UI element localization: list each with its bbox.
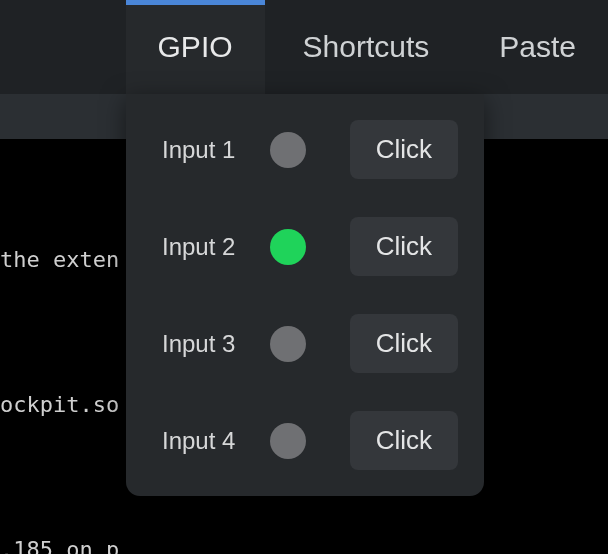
tab-bar: GPIO Shortcuts Paste: [0, 0, 608, 94]
gpio-row-1: Input 1 Click: [162, 120, 458, 179]
terminal-line: .185 on p: [0, 535, 608, 554]
gpio-row-2: Input 2 Click: [162, 217, 458, 276]
gpio-row-4: Input 4 Click: [162, 411, 458, 470]
gpio-input-label: Input 4: [162, 427, 250, 455]
tab-shortcuts[interactable]: Shortcuts: [271, 0, 462, 94]
gpio-dropdown: Input 1 Click Input 2 Click Input 3 Clic…: [126, 94, 484, 496]
gpio-indicator-1: [270, 132, 306, 168]
gpio-click-button-2[interactable]: Click: [350, 217, 458, 276]
gpio-input-label: Input 2: [162, 233, 250, 261]
gpio-row-3: Input 3 Click: [162, 314, 458, 373]
gpio-indicator-2: [270, 229, 306, 265]
gpio-click-button-1[interactable]: Click: [350, 120, 458, 179]
tabbar-lead-spacer: [0, 0, 126, 94]
tab-paste[interactable]: Paste: [467, 0, 608, 94]
tab-gpio[interactable]: GPIO: [126, 0, 265, 94]
tab-gpio-label: GPIO: [158, 30, 233, 64]
tab-paste-label: Paste: [499, 30, 576, 64]
gpio-input-label: Input 1: [162, 136, 250, 164]
gpio-indicator-3: [270, 326, 306, 362]
gpio-indicator-4: [270, 423, 306, 459]
gpio-click-button-3[interactable]: Click: [350, 314, 458, 373]
gpio-input-label: Input 3: [162, 330, 250, 358]
gpio-click-button-4[interactable]: Click: [350, 411, 458, 470]
tab-shortcuts-label: Shortcuts: [303, 30, 430, 64]
